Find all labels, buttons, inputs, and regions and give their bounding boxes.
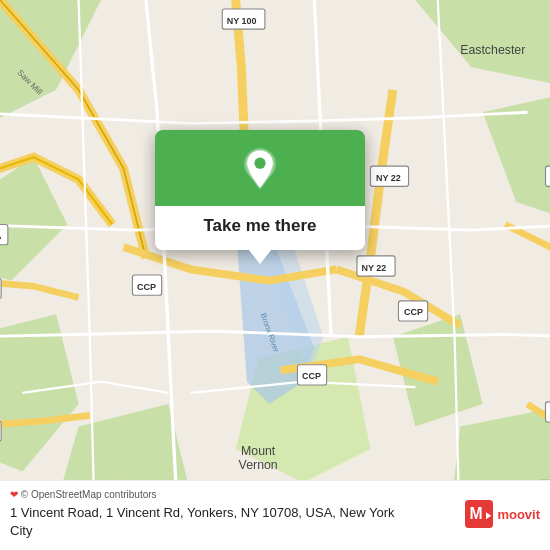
map-background: NY 9A NY 100 NY 22 NY 22 CCP CCP CCP SMP… [0, 0, 550, 550]
svg-text:Eastchester: Eastchester [460, 43, 525, 57]
osm-attribution-text: © OpenStreetMap contributors [21, 489, 157, 500]
svg-text:NY 22: NY 22 [376, 173, 401, 183]
svg-text:CCP: CCP [302, 371, 321, 381]
svg-text:Vernon: Vernon [239, 458, 278, 472]
osm-heart: ❤ [10, 489, 18, 500]
address-text: 1 Vincent Road, 1 Vincent Rd, Yonkers, N… [10, 504, 400, 540]
moovit-icon: M [465, 500, 493, 528]
moovit-text: moovit [497, 507, 540, 522]
svg-text:M: M [470, 506, 483, 523]
bottom-left: ❤ © OpenStreetMap contributors 1 Vincent… [10, 489, 400, 540]
map-container: NY 9A NY 100 NY 22 NY 22 CCP CCP CCP SMP… [0, 0, 550, 550]
svg-text:NY 100: NY 100 [227, 16, 257, 26]
svg-point-45 [254, 158, 265, 169]
svg-text:CCP: CCP [137, 282, 156, 292]
location-pin-icon [238, 148, 282, 192]
moovit-logo: M moovit [465, 500, 540, 528]
bottom-bar: ❤ © OpenStreetMap contributors 1 Vincent… [0, 480, 550, 550]
svg-rect-28 [0, 421, 1, 441]
svg-rect-26 [0, 278, 1, 298]
svg-text:Mount: Mount [241, 444, 276, 458]
popup-card: Take me there [155, 130, 365, 250]
svg-text:NY 22: NY 22 [361, 263, 386, 273]
popup-green-area [155, 130, 365, 206]
popup-tail [248, 249, 272, 264]
osm-attribution[interactable]: ❤ © OpenStreetMap contributors [10, 489, 400, 500]
take-me-there-button[interactable]: Take me there [155, 206, 365, 250]
svg-text:CCP: CCP [404, 307, 423, 317]
